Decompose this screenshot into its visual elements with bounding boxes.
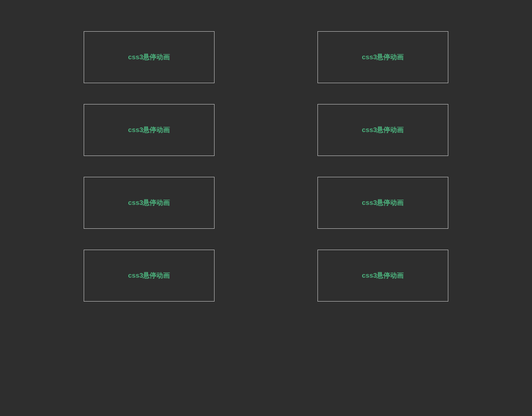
box-label: css3悬停动画 [128, 125, 170, 135]
hover-animation-box[interactable]: css3悬停动画 [317, 250, 448, 302]
box-label: css3悬停动画 [362, 125, 404, 135]
box-label: css3悬停动画 [128, 198, 170, 207]
hover-animation-box[interactable]: css3悬停动画 [317, 31, 448, 83]
box-label: css3悬停动画 [362, 53, 404, 62]
box-label: css3悬停动画 [362, 198, 404, 207]
hover-animation-box[interactable]: css3悬停动画 [84, 31, 215, 83]
box-label: css3悬停动画 [128, 271, 170, 280]
hover-animation-box[interactable]: css3悬停动画 [317, 104, 448, 156]
grid-container: css3悬停动画 css3悬停动画 css3悬停动画 css3悬停动画 css3… [84, 31, 448, 302]
hover-animation-box[interactable]: css3悬停动画 [84, 177, 215, 229]
box-label: css3悬停动画 [362, 271, 404, 280]
hover-animation-box[interactable]: css3悬停动画 [317, 177, 448, 229]
box-label: css3悬停动画 [128, 53, 170, 62]
hover-animation-box[interactable]: css3悬停动画 [84, 250, 215, 302]
hover-animation-box[interactable]: css3悬停动画 [84, 104, 215, 156]
